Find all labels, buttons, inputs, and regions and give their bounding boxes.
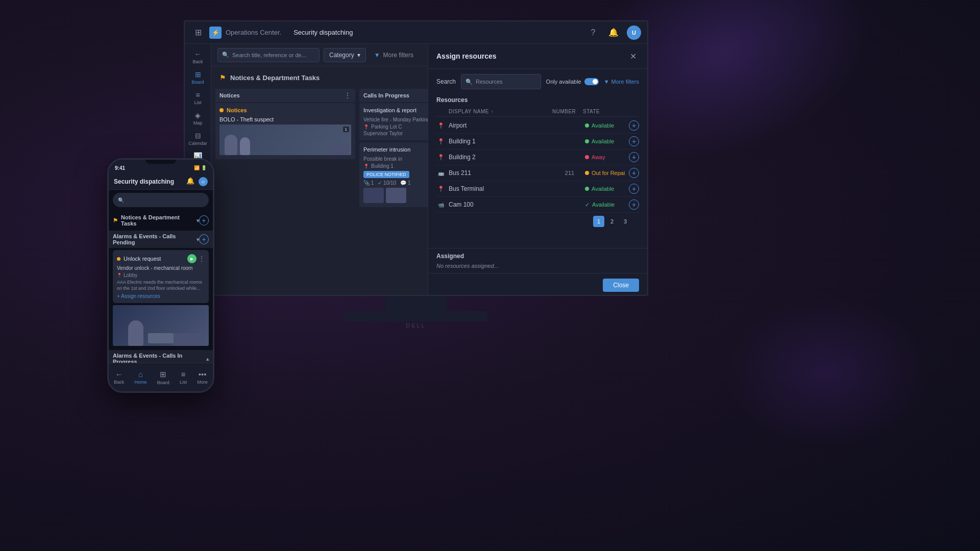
phone-section1-chevron[interactable]: ▾ bbox=[197, 218, 199, 223]
cam100-add-btn[interactable]: + bbox=[629, 199, 639, 210]
page-1-btn[interactable]: 1 bbox=[593, 216, 604, 227]
panel-close-icon[interactable]: ✕ bbox=[627, 50, 639, 62]
cam100-state-text: Available bbox=[592, 202, 615, 208]
phone-section1-add[interactable]: + bbox=[199, 215, 209, 226]
user-avatar[interactable]: U bbox=[627, 26, 641, 40]
sidebar-board-btn[interactable]: ⊞ Board bbox=[189, 68, 207, 87]
phone-more-icon: ••• bbox=[199, 370, 207, 379]
resources-table: Resources Display name ↑ Number State 📍 bbox=[428, 94, 647, 248]
app-name: Operations Center. bbox=[226, 29, 281, 36]
building1-add-btn[interactable]: + bbox=[629, 136, 639, 146]
building2-name: Building 2 bbox=[449, 154, 554, 161]
phone-unlock-card[interactable]: Unlock request ▶ ⋮ Vendor unlock - mecha… bbox=[113, 250, 209, 303]
sidebar-calendar-btn[interactable]: ⊟ Calendar bbox=[189, 130, 207, 148]
search-label: Search bbox=[436, 78, 456, 85]
phone-section2-title: Alarms & Events - Calls Pending bbox=[113, 233, 193, 245]
close-button[interactable]: Close bbox=[603, 279, 639, 292]
building1-name: Building 1 bbox=[449, 138, 554, 145]
sidebar-map-btn[interactable]: ◈ Map bbox=[189, 109, 207, 128]
search-box[interactable]: 🔍 Search title, reference or de... bbox=[217, 48, 320, 62]
unlock-loc-text: Lobby bbox=[124, 272, 137, 278]
notice-image: 1 bbox=[219, 124, 351, 155]
phone-nav-home[interactable]: ⌂ Home bbox=[134, 370, 146, 385]
airport-icon: 📍 bbox=[436, 122, 446, 129]
phone-nav-list[interactable]: ≡ List bbox=[180, 370, 187, 385]
airport-name: Airport bbox=[449, 122, 554, 129]
resource-row-building1: 📍 Building 1 Available + bbox=[436, 134, 639, 149]
monitor-base bbox=[345, 311, 487, 321]
perimeter-card-title: Perimeter intrusion bbox=[363, 146, 410, 153]
monitor: ⊞ ⚡ Operations Center. Security dispatch… bbox=[184, 20, 648, 329]
panel-search-input[interactable]: 🔍 Resources bbox=[461, 74, 541, 89]
unlock-play-btn[interactable]: ▶ bbox=[187, 254, 197, 263]
bus211-number: 211 bbox=[554, 170, 585, 176]
phone-app-title: Security dispatching bbox=[114, 178, 174, 185]
airport-add-btn[interactable]: + bbox=[629, 120, 639, 131]
airport-state-dot bbox=[585, 123, 589, 128]
phone-section2-add[interactable]: + bbox=[199, 234, 209, 244]
sidebar-list-btn[interactable]: ≡ List bbox=[189, 89, 207, 107]
unlock-location: 📍 Lobby bbox=[117, 272, 205, 278]
busterminal-add-btn[interactable]: + bbox=[629, 184, 639, 194]
phone-search[interactable]: 🔍 bbox=[113, 193, 209, 207]
grid-menu-icon[interactable]: ⊞ bbox=[191, 26, 205, 40]
bus211-state: Out for Repai bbox=[585, 170, 626, 176]
assigned-title: Assigned bbox=[436, 253, 639, 260]
only-available-toggle: Only available bbox=[546, 78, 599, 85]
category-label: Category bbox=[329, 52, 354, 59]
resource-row-busterminal: 📍 Bus Terminal Available + bbox=[436, 181, 639, 197]
phone-list-icon: ≡ bbox=[181, 370, 186, 379]
monitor-brand-label: DELL bbox=[406, 322, 426, 329]
phone-nav-more[interactable]: ••• More bbox=[197, 370, 208, 385]
pagination: 1 2 3 bbox=[436, 213, 639, 230]
section-title: Notices & Department Tasks bbox=[230, 74, 320, 82]
unlock-description: AAA Electric needs the mechanical rooms … bbox=[117, 280, 205, 291]
phone-img-person bbox=[128, 320, 143, 346]
col-header-number: Number bbox=[552, 109, 583, 114]
police-notified-badge: POLICE NOTIFIED bbox=[363, 171, 409, 178]
phone-notch bbox=[145, 160, 176, 164]
more-filters-btn[interactable]: ▼ More filters bbox=[370, 48, 418, 62]
unlock-dot bbox=[117, 257, 120, 261]
cam100-state: ✓ Available bbox=[585, 202, 626, 208]
phone-nav-back[interactable]: ← Back bbox=[114, 370, 124, 385]
phone-img-table bbox=[148, 333, 174, 343]
category-select[interactable]: Category ▾ bbox=[324, 48, 366, 62]
page-3-btn[interactable]: 3 bbox=[620, 216, 631, 227]
more-filters-label: More filters bbox=[383, 52, 413, 59]
notices-col-menu[interactable]: ⋮ bbox=[344, 91, 351, 99]
busterminal-state-text: Available bbox=[592, 186, 614, 192]
phone-scroll-area[interactable]: ⚑ Notices & Department Tasks ▾ + Alarms … bbox=[109, 210, 213, 364]
sidebar-back-btn[interactable]: ← Back bbox=[189, 48, 207, 66]
phone-room-image bbox=[113, 305, 209, 346]
logo-icon: ⚡ bbox=[209, 27, 222, 39]
phone-notification-icon[interactable]: 🔔 bbox=[186, 177, 194, 186]
search-placeholder: Search title, reference or de... bbox=[232, 52, 306, 58]
phone-section-calls-pending: Alarms & Events - Calls Pending ▾ + bbox=[109, 231, 213, 248]
bus211-add-btn[interactable]: + bbox=[629, 168, 639, 178]
phone-section3-chevron[interactable]: ▴ bbox=[206, 356, 209, 362]
panel-footer: Close bbox=[428, 273, 647, 296]
help-icon[interactable]: ? bbox=[586, 26, 600, 40]
panel-search-row: Search 🔍 Resources Only available ▼ More… bbox=[428, 69, 647, 94]
unlock-menu-icon[interactable]: ⋮ bbox=[199, 255, 205, 262]
phone-nav-more-label: More bbox=[197, 380, 208, 385]
calls-col-title: Calls In Progress bbox=[363, 92, 409, 98]
building2-add-btn[interactable]: + bbox=[629, 152, 639, 162]
notices-col-header: Notices ⋮ bbox=[215, 89, 355, 102]
bus211-icon: 🚌 bbox=[436, 170, 446, 176]
notification-icon[interactable]: 🔔 bbox=[606, 26, 621, 40]
phone-section-calls-progress: Alarms & Events - Calls In Progress ▴ bbox=[109, 350, 213, 364]
phone-nav-board[interactable]: ⊞ Board bbox=[157, 370, 169, 385]
assign-resources-link[interactable]: + Assign resources bbox=[117, 293, 205, 299]
only-available-pill[interactable] bbox=[584, 78, 599, 85]
panel-header: Assign resources ✕ bbox=[428, 44, 647, 69]
page-2-btn[interactable]: 2 bbox=[606, 216, 618, 227]
notice-title: BOLO - Theft suspect bbox=[219, 116, 351, 122]
bus211-state-text: Out for Repai bbox=[592, 170, 625, 176]
assign-link-text: + Assign resources bbox=[117, 293, 160, 299]
panel-more-filters[interactable]: ▼ More filters bbox=[604, 79, 639, 85]
bus211-name: Bus 211 bbox=[449, 169, 554, 177]
building2-state: Away bbox=[585, 154, 626, 160]
phone-avatar-icon[interactable]: U bbox=[199, 177, 208, 186]
